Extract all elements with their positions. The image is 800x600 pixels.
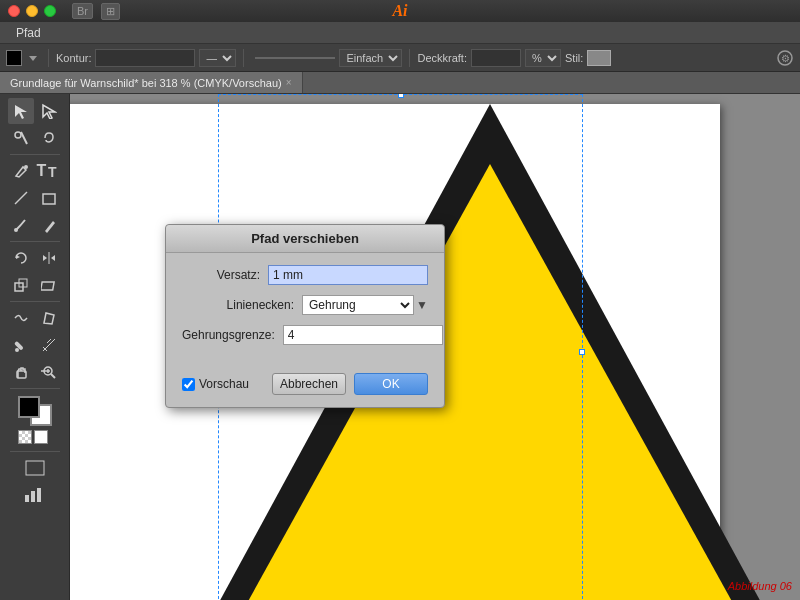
svg-line-27 [51, 374, 55, 378]
versatz-row: Versatz: [182, 265, 428, 285]
tool-row-8 [8, 305, 62, 331]
deckkraft-dropdown[interactable]: % [525, 49, 561, 67]
tool-row-4 [8, 185, 62, 211]
arrow-icon [25, 50, 41, 66]
reflect-tool[interactable] [36, 245, 62, 271]
svg-rect-31 [25, 495, 29, 502]
svg-marker-12 [16, 255, 20, 259]
cancel-button[interactable]: Abbrechen [272, 373, 346, 395]
linienecken-select[interactable]: Gehrung Rund Abgeschrägt [302, 295, 414, 315]
normal-mode[interactable] [22, 455, 48, 481]
measure-tool[interactable] [36, 332, 62, 358]
zoom-tool[interactable] [36, 359, 62, 385]
menu-pfad[interactable]: Pfad [8, 24, 49, 42]
traffic-lights [8, 5, 56, 17]
titlebar: Ai Br ⊞ [0, 0, 800, 22]
kontur-dropdown[interactable]: — [199, 49, 236, 67]
toolbar: Kontur: — Einfach Deckkraft: 100% % Stil… [0, 44, 800, 72]
magic-wand-tool[interactable] [8, 125, 34, 151]
svg-rect-32 [31, 491, 35, 502]
tool-row-screen [22, 482, 48, 508]
svg-point-6 [15, 132, 21, 138]
bridge-icon[interactable]: Br [72, 3, 93, 19]
kontur-label: Kontur: [56, 52, 91, 64]
svg-line-5 [21, 132, 27, 144]
dialog-body: Versatz: Linienecken: Gehrung Rund Abges… [166, 253, 444, 367]
gehrungsgrenze-input[interactable] [283, 325, 443, 345]
tool-separator-4 [10, 388, 60, 389]
tool-row-2 [8, 125, 62, 151]
warp-tool[interactable] [8, 305, 34, 331]
none-color[interactable] [18, 430, 32, 444]
gehrungsgrenze-row: Gehrungsgrenze: [182, 325, 428, 345]
pencil-tool[interactable] [36, 212, 62, 238]
tool-row-9 [8, 332, 62, 358]
svg-marker-0 [29, 56, 37, 61]
tab-close-button[interactable]: × [286, 77, 292, 88]
select-tool[interactable] [8, 98, 34, 124]
document-tab[interactable]: Grundlage für Warnschild* bei 318 % (CMY… [0, 72, 303, 93]
left-toolbar: T T [0, 94, 70, 600]
arrange-icon[interactable]: ⊞ [101, 3, 120, 20]
vorschau-checkbox[interactable] [182, 378, 195, 391]
color-boxes [18, 396, 52, 426]
tool-row-1 [8, 98, 62, 124]
line-tool[interactable] [8, 185, 34, 211]
gehrungsgrenze-label: Gehrungsgrenze: [182, 328, 283, 342]
svg-marker-14 [43, 255, 47, 261]
svg-marker-19 [44, 313, 54, 324]
eyedropper-tool[interactable] [8, 332, 34, 358]
lasso-tool[interactable] [36, 125, 62, 151]
svg-point-11 [14, 228, 18, 232]
fill-color[interactable] [6, 50, 22, 66]
paintbrush-tool[interactable] [8, 212, 34, 238]
graph-tool[interactable] [22, 482, 48, 508]
stil-label: Stil: [565, 52, 583, 64]
free-distort-tool[interactable] [36, 305, 62, 331]
versatz-input[interactable] [268, 265, 428, 285]
dialog-footer: Vorschau Abbrechen OK [166, 367, 444, 407]
rect-tool[interactable] [36, 185, 62, 211]
scale-tool[interactable] [8, 272, 34, 298]
separator-1 [48, 49, 49, 67]
shear-tool[interactable] [36, 272, 62, 298]
main-area: T T [0, 94, 800, 600]
svg-marker-3 [15, 105, 27, 119]
svg-rect-18 [41, 282, 54, 290]
svg-line-9 [15, 192, 27, 204]
tool-row-10 [8, 359, 62, 385]
close-button[interactable] [8, 5, 20, 17]
deckkraft-input[interactable]: 100% [471, 49, 521, 67]
svg-rect-30 [26, 461, 44, 475]
text-tool[interactable]: T T [36, 158, 62, 184]
tool-separator-5 [10, 451, 60, 452]
watermark: Abbildung 06 [728, 580, 792, 592]
stroke-style-dropdown[interactable]: Einfach [339, 49, 402, 67]
maximize-button[interactable] [44, 5, 56, 17]
tabbar: Grundlage für Warnschild* bei 318 % (CMY… [0, 72, 800, 94]
tool-row-7 [8, 272, 62, 298]
svg-point-21 [15, 348, 19, 352]
tool-separator-2 [10, 241, 60, 242]
settings-icon[interactable]: ⚙ [776, 49, 794, 67]
minimize-button[interactable] [26, 5, 38, 17]
deckkraft-label: Deckkraft: [417, 52, 467, 64]
linienecken-label: Linienecken: [182, 298, 302, 312]
canvas-area: Pfad verschieben Versatz: Linienecken: G… [70, 94, 800, 600]
svg-text:T: T [48, 164, 57, 179]
direct-select-tool[interactable] [36, 98, 62, 124]
app-logo: Ai [392, 2, 407, 20]
kontur-input[interactable] [95, 49, 195, 67]
hand-tool[interactable] [8, 359, 34, 385]
pen-tool[interactable] [8, 158, 34, 184]
dropdown-arrow-icon: ▼ [416, 298, 428, 312]
foreground-color-box[interactable] [18, 396, 40, 418]
linienecken-row: Linienecken: Gehrung Rund Abgeschrägt ▼ [182, 295, 428, 315]
rotate-tool[interactable] [8, 245, 34, 271]
titlebar-icons: Br ⊞ [72, 3, 120, 20]
ok-button[interactable]: OK [354, 373, 428, 395]
stroke-line: Einfach [251, 49, 402, 67]
white-color[interactable] [34, 430, 48, 444]
style-box[interactable] [587, 50, 611, 66]
vorschau-label: Vorschau [199, 377, 249, 391]
